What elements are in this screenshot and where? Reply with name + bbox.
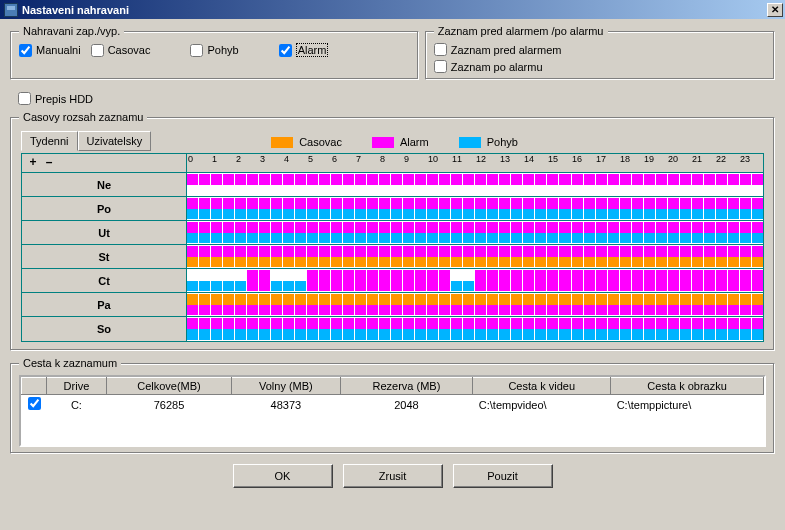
schedule-color-legend: Casovac Alarm Pohyb: [271, 136, 518, 148]
zoom-out-button[interactable]: –: [42, 156, 56, 170]
drive-checkbox[interactable]: [28, 397, 41, 410]
manual-checkbox[interactable]: Manualni: [19, 44, 81, 57]
legend-alarm-label: Alarm: [400, 136, 429, 148]
day-row[interactable]: St: [22, 245, 763, 269]
recording-onoff-group: Nahravani zap./vyp. Manualni Casovac Poh…: [10, 25, 419, 80]
th-reserve[interactable]: Rezerva (MB): [340, 378, 473, 395]
day-row[interactable]: Pa: [22, 293, 763, 317]
app-icon: [4, 3, 18, 17]
recording-onoff-legend: Nahravani zap./vyp.: [19, 25, 124, 37]
motion-checkbox[interactable]: Pohyb: [190, 44, 238, 57]
path-table[interactable]: Drive Celkove(MB) Volny (MB) Rezerva (MB…: [21, 377, 764, 414]
titlebar: Nastaveni nahravani ✕: [0, 0, 785, 19]
th-total[interactable]: Celkove(MB): [106, 378, 231, 395]
alarm-label: Alarm: [296, 43, 329, 57]
day-label: Pa: [22, 293, 187, 316]
zoom-in-button[interactable]: +: [26, 156, 40, 170]
post-alarm-checkbox[interactable]: Zaznam po alarmu: [434, 60, 766, 73]
pre-post-alarm-group: Zaznam pred alarmem /po alarmu Zaznam pr…: [425, 25, 775, 80]
cell-image: C:\temppicture\: [611, 395, 764, 415]
th-image[interactable]: Cesta k obrazku: [611, 378, 764, 395]
alarm-checkbox[interactable]: Alarm: [279, 43, 329, 57]
tab-weekly[interactable]: Tydenni: [21, 131, 78, 151]
legend-motion-label: Pohyb: [487, 136, 518, 148]
day-label: St: [22, 245, 187, 268]
path-group: Cesta k zaznamum Drive Celkove(MB) Volny…: [10, 357, 775, 454]
cell-drive: C:: [47, 395, 107, 415]
day-label: Ut: [22, 221, 187, 244]
table-row[interactable]: C:76285483732048C:\tempvideo\C:\temppict…: [22, 395, 764, 415]
ok-button[interactable]: OK: [233, 464, 333, 488]
motion-label: Pohyb: [207, 44, 238, 56]
day-row[interactable]: Ut: [22, 221, 763, 245]
day-row[interactable]: So: [22, 317, 763, 341]
post-alarm-label: Zaznam po alarmu: [451, 61, 543, 73]
pre-post-legend: Zaznam pred alarmem /po alarmu: [434, 25, 608, 37]
schedule-grid[interactable]: + – 012345678910111213141516171819202122…: [21, 153, 764, 342]
swatch-motion: [459, 137, 481, 148]
swatch-timer: [271, 137, 293, 148]
tab-custom[interactable]: Uzivatelsky: [78, 131, 152, 151]
window-title: Nastaveni nahravani: [22, 4, 767, 16]
day-label: So: [22, 317, 187, 341]
schedule-group: Casovy rozsah zaznamu Tydenni Uzivatelsk…: [10, 111, 775, 351]
th-video[interactable]: Cesta k videu: [473, 378, 611, 395]
cell-free: 48373: [232, 395, 340, 415]
hour-ruler: 01234567891011121314151617181920212223: [187, 154, 763, 172]
swatch-alarm: [372, 137, 394, 148]
cell-reserve: 2048: [340, 395, 473, 415]
legend-timer-label: Casovac: [299, 136, 342, 148]
th-drive[interactable]: Drive: [47, 378, 107, 395]
pre-alarm-checkbox[interactable]: Zaznam pred alarmem: [434, 43, 766, 56]
day-label: Ne: [22, 173, 187, 196]
overwrite-hdd-checkbox[interactable]: Prepis HDD: [18, 92, 93, 105]
day-row[interactable]: Ct: [22, 269, 763, 293]
cancel-button[interactable]: Zrusit: [343, 464, 443, 488]
close-button[interactable]: ✕: [767, 3, 783, 17]
day-row[interactable]: Ne: [22, 173, 763, 197]
day-row[interactable]: Po: [22, 197, 763, 221]
day-label: Ct: [22, 269, 187, 292]
cell-total: 76285: [106, 395, 231, 415]
timer-label: Casovac: [108, 44, 151, 56]
timer-checkbox[interactable]: Casovac: [91, 44, 151, 57]
manual-label: Manualni: [36, 44, 81, 56]
path-legend: Cesta k zaznamum: [19, 357, 121, 369]
schedule-legend: Casovy rozsah zaznamu: [19, 111, 147, 123]
th-free[interactable]: Volny (MB): [232, 378, 340, 395]
overwrite-label: Prepis HDD: [35, 93, 93, 105]
cell-video: C:\tempvideo\: [473, 395, 611, 415]
day-label: Po: [22, 197, 187, 220]
pre-alarm-label: Zaznam pred alarmem: [451, 44, 562, 56]
apply-button[interactable]: Pouzit: [453, 464, 553, 488]
